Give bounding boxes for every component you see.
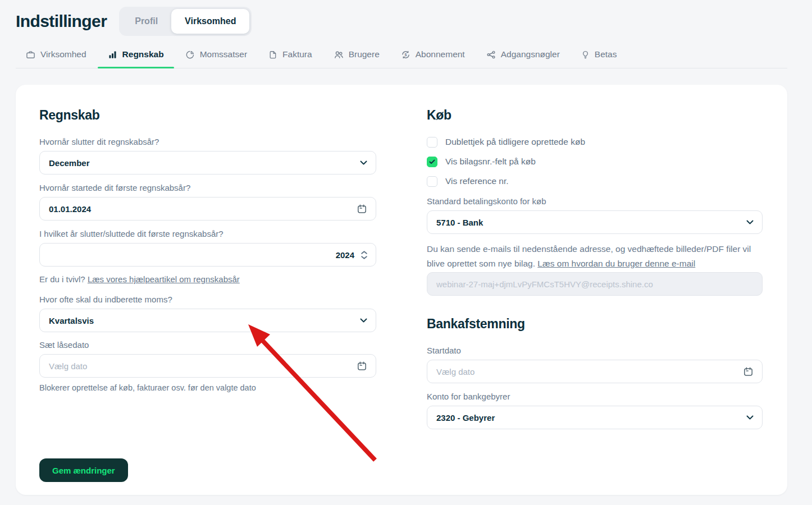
fees-account-field: Konto for bankgebyrer 2320 - Gebyrer [427,391,763,429]
chevron-down-icon [746,415,754,420]
lock-date-helper: Blokerer oprettelse af køb, fakturaer os… [39,383,376,393]
checkbox-unchecked-icon[interactable] [427,137,437,148]
purchases-section: Køb Dublettjek på tidligere oprettede kø… [427,107,763,437]
accounting-section: Regnskab Hvornår slutter dit regnskabsår… [39,107,376,482]
lock-date-label: Sæt låsedato [39,339,376,350]
document-icon [268,50,277,59]
lock-date-field: Sæt låsedato Vælg dato Blokerer oprettel… [39,339,376,393]
fees-account-label: Konto for bankgebyrer [427,391,763,402]
bar-chart-icon [108,50,117,59]
tab-label: Adgangsnøgler [501,49,560,59]
start-date-label: Startdato [427,345,763,356]
vat-frequency-select[interactable]: Kvartalsvis [39,309,376,332]
payment-account-select[interactable]: 5710 - Bank [427,210,763,234]
calendar-icon[interactable] [743,366,754,377]
subscription-refresh-icon: $ [401,50,410,59]
toggle-profil[interactable]: Profil [121,9,171,34]
share-nodes-icon [486,50,496,59]
fiscal-year-help-link[interactable]: Læs vores hjælpeartikel om regnskabsår [88,274,240,284]
checkbox-row-bilagsnr[interactable]: Vis bilagsnr.-felt på køb [427,156,763,167]
first-fiscal-year-end-year-label: I hvilket år slutter/sluttede dit første… [39,228,376,239]
first-fiscal-year-start-label: Hvornår startede dit første regnskabsår? [39,182,376,193]
tab-betas[interactable]: Betas [580,45,618,68]
payment-account-label: Standard betalingskonto for køb [427,196,763,206]
checkbox-row-dublettjek[interactable]: Dublettjek på tidligere oprettede køb [427,136,763,148]
first-fiscal-year-end-year-input[interactable]: 2024 [39,243,376,267]
checkbox-label: Dublettjek på tidligere oprettede køb [445,137,585,147]
start-date-field: Startdato Vælg dato [427,345,763,383]
chevron-down-icon [746,220,754,224]
lightbulb-icon [581,50,590,59]
fees-account-select[interactable]: 2320 - Gebyrer [427,406,763,429]
checkbox-row-reference[interactable]: Vis reference nr. [427,176,763,187]
tab-label: Abonnement [416,49,465,59]
page-title: Indstillinger [16,12,107,31]
tab-brugere[interactable]: Brugere [332,45,381,68]
receipts-email-info: Du kan sende e-mails til nedenstående ad… [427,242,763,271]
page-header: Indstillinger Profil Virksomhed [0,0,812,36]
tab-virksomhed[interactable]: Virksomhed [25,45,88,68]
first-fiscal-year-end-year-field: I hvilket år slutter/sluttede dit første… [39,228,376,267]
first-fiscal-year-start-field: Hvornår startede dit første regnskabsår?… [39,182,376,221]
tab-label: Brugere [349,49,380,59]
toggle-virksomhed[interactable]: Virksomhed [171,9,249,34]
stepper-up-icon [361,251,367,254]
purchases-section-title: Køb [427,107,763,123]
start-date-input[interactable]: Vælg dato [427,360,763,383]
profile-company-toggle: Profil Virksomhed [119,7,252,36]
users-icon [334,50,344,59]
tab-label: Regnskab [122,49,164,59]
bank-reconciliation-title: Bankafstemning [427,316,763,332]
receipts-email-help-link[interactable]: Læs om hvordan du bruger denne e-mail [537,259,695,268]
pie-chart-icon [185,50,195,59]
tab-adgangsnoegler[interactable]: Adgangsnøgler [485,45,561,68]
tab-label: Virksomhed [40,49,86,59]
fiscal-year-help-row: Er du i tvivl? Læs vores hjælpeartikel o… [39,274,376,284]
settings-tabbar: Virksomhed Regnskab Momssatser Faktura B… [16,45,787,68]
briefcase-icon [26,50,35,59]
accounting-section-title: Regnskab [39,107,376,123]
checkbox-checked-icon[interactable] [427,157,437,167]
stepper-down-icon [361,256,367,259]
fiscal-year-end-label: Hvornår slutter dit regnskabsår? [39,136,376,147]
fiscal-year-end-field: Hvornår slutter dit regnskabsår? Decembe… [39,136,376,175]
year-stepper[interactable] [361,251,367,259]
save-button[interactable]: Gem ændringer [39,458,128,482]
tab-label: Faktura [282,49,312,59]
fiscal-year-end-select[interactable]: December [39,151,376,175]
checkbox-label: Vis bilagsnr.-felt på køb [445,157,536,167]
calendar-icon[interactable] [357,361,367,371]
lock-date-input[interactable]: Vælg dato [39,354,376,378]
tab-momssatser[interactable]: Momssatser [184,45,248,68]
svg-text:$: $ [404,52,407,57]
chevron-down-icon [360,318,367,323]
tab-faktura[interactable]: Faktura [267,45,313,68]
vat-frequency-field: Hvor ofte skal du indberette moms? Kvart… [39,294,376,332]
tab-label: Momssatser [200,49,247,59]
tab-label: Betas [595,49,617,59]
tab-abonnement[interactable]: $ Abonnement [400,45,466,68]
checkbox-unchecked-icon[interactable] [427,176,437,187]
receipts-email-field: webinar-27-maj+djmLvPyFMCsT5HVY@receipts… [427,272,763,296]
calendar-icon[interactable] [357,204,367,214]
settings-card: Regnskab Hvornår slutter dit regnskabsår… [16,85,787,495]
tab-regnskab[interactable]: Regnskab [107,45,165,68]
chevron-down-icon [360,160,367,165]
payment-account-field: Standard betalingskonto for køb 5710 - B… [427,196,763,234]
vat-frequency-label: Hvor ofte skal du indberette moms? [39,294,376,305]
first-fiscal-year-start-input[interactable]: 01.01.2024 [39,197,376,221]
checkbox-label: Vis reference nr. [445,176,509,186]
